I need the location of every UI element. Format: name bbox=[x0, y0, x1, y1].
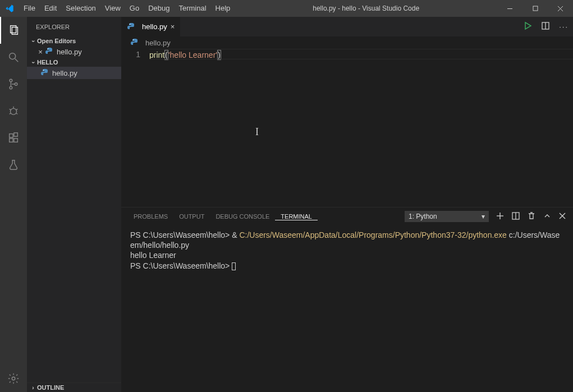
svg-point-6 bbox=[10, 53, 16, 59]
open-editor-item[interactable]: × hello.py bbox=[27, 45, 121, 58]
maximize-button[interactable] bbox=[522, 0, 548, 17]
close-tab-icon[interactable]: × bbox=[171, 22, 175, 31]
maximize-panel-icon[interactable] bbox=[543, 211, 552, 222]
chevron-down-icon: › bbox=[30, 58, 36, 66]
editor-tabs: hello.py × ··· bbox=[121, 17, 573, 36]
svg-line-13 bbox=[10, 109, 11, 110]
svg-line-16 bbox=[16, 113, 18, 114]
close-panel-icon[interactable] bbox=[558, 212, 566, 221]
svg-rect-5 bbox=[12, 27, 17, 35]
terminal-tab[interactable]: Terminal bbox=[275, 213, 318, 220]
menu-help[interactable]: Help bbox=[211, 0, 235, 17]
svg-line-14 bbox=[16, 109, 18, 110]
text-cursor-icon: I bbox=[255, 126, 259, 139]
open-editors-section[interactable]: › Open Editors bbox=[27, 36, 121, 45]
tab-filename: hello.py bbox=[142, 22, 167, 31]
window-controls bbox=[497, 0, 573, 17]
svg-point-10 bbox=[15, 83, 17, 86]
vscode-logo-icon bbox=[0, 4, 19, 13]
menu-view[interactable]: View bbox=[100, 0, 125, 17]
python-file-icon bbox=[45, 47, 54, 56]
python-file-icon bbox=[127, 22, 136, 31]
sidebar-title: Explorer bbox=[27, 17, 121, 36]
debug-icon[interactable] bbox=[0, 98, 27, 124]
file-tree-item[interactable]: hello.py bbox=[27, 67, 121, 79]
terminal-cursor bbox=[232, 262, 236, 270]
terminal-selector[interactable]: 1: Python bbox=[405, 211, 489, 222]
menu-go[interactable]: Go bbox=[125, 0, 144, 17]
open-editor-filename: hello.py bbox=[57, 48, 82, 56]
menu-selection[interactable]: Selection bbox=[61, 0, 100, 17]
svg-rect-17 bbox=[10, 134, 13, 137]
outline-section[interactable]: › Outline bbox=[27, 382, 121, 392]
svg-rect-4 bbox=[11, 26, 16, 33]
run-icon[interactable] bbox=[523, 21, 532, 32]
line-number: 1 bbox=[121, 49, 149, 207]
svg-point-11 bbox=[11, 108, 17, 114]
explorer-icon[interactable] bbox=[0, 17, 27, 44]
problems-tab[interactable]: Problems bbox=[128, 213, 173, 220]
split-editor-icon[interactable] bbox=[541, 21, 550, 32]
chevron-down-icon: › bbox=[30, 37, 36, 45]
svg-point-28 bbox=[133, 39, 134, 40]
python-file-icon bbox=[130, 38, 139, 47]
svg-marker-25 bbox=[525, 22, 531, 29]
activity-bar bbox=[0, 17, 27, 392]
title-bar: File Edit Selection View Go Debug Termin… bbox=[0, 0, 573, 17]
settings-gear-icon[interactable] bbox=[0, 365, 27, 392]
source-control-icon[interactable] bbox=[0, 71, 27, 98]
svg-point-23 bbox=[43, 70, 44, 71]
folder-section[interactable]: › hello bbox=[27, 58, 121, 67]
outline-label: Outline bbox=[37, 384, 64, 391]
folder-label: hello bbox=[37, 59, 58, 66]
bottom-panel: Problems Output Debug Console Terminal 1… bbox=[121, 207, 573, 392]
minimize-button[interactable] bbox=[497, 0, 522, 17]
explorer-sidebar: Explorer › Open Editors × hello.py › hel… bbox=[27, 17, 121, 392]
open-editors-label: Open Editors bbox=[37, 38, 76, 44]
more-actions-icon[interactable]: ··· bbox=[559, 22, 569, 31]
svg-line-7 bbox=[15, 59, 19, 62]
split-terminal-icon[interactable] bbox=[511, 211, 520, 222]
testing-icon[interactable] bbox=[0, 151, 27, 178]
breadcrumb[interactable]: hello.py bbox=[121, 36, 573, 49]
menu-debug[interactable]: Debug bbox=[144, 0, 174, 17]
window-title: hello.py - hello - Visual Studio Code bbox=[235, 4, 497, 12]
menu-file[interactable]: File bbox=[19, 0, 40, 17]
svg-point-9 bbox=[10, 86, 12, 89]
svg-point-22 bbox=[48, 48, 49, 49]
menu-bar: File Edit Selection View Go Debug Termin… bbox=[19, 0, 235, 17]
chevron-right-icon: › bbox=[29, 385, 37, 391]
editor-tab[interactable]: hello.py × bbox=[121, 17, 180, 36]
editor-group: hello.py × ··· hello.py 1 print('hello L… bbox=[121, 17, 573, 392]
file-tree-filename: hello.py bbox=[52, 69, 77, 77]
svg-point-8 bbox=[10, 79, 12, 82]
svg-rect-18 bbox=[10, 139, 13, 142]
close-window-button[interactable] bbox=[548, 0, 573, 17]
svg-point-21 bbox=[12, 377, 15, 380]
terminal-output[interactable]: PS C:\Users\Waseem\hello> & C:/Users/Was… bbox=[121, 225, 573, 392]
python-file-icon bbox=[40, 68, 49, 77]
svg-rect-20 bbox=[14, 133, 17, 136]
svg-rect-19 bbox=[14, 139, 17, 142]
menu-edit[interactable]: Edit bbox=[40, 0, 61, 17]
svg-point-24 bbox=[130, 24, 131, 25]
search-icon[interactable] bbox=[0, 44, 27, 71]
debug-console-tab[interactable]: Debug Console bbox=[210, 213, 275, 220]
breadcrumb-file: hello.py bbox=[145, 39, 171, 47]
svg-line-15 bbox=[10, 113, 11, 114]
close-icon[interactable]: × bbox=[36, 48, 45, 56]
code-editor[interactable]: 1 print('hello Learner') bbox=[121, 49, 573, 207]
output-tab[interactable]: Output bbox=[173, 213, 210, 220]
svg-rect-1 bbox=[533, 6, 538, 11]
kill-terminal-icon[interactable] bbox=[527, 211, 536, 222]
menu-terminal[interactable]: Terminal bbox=[174, 0, 210, 17]
extensions-icon[interactable] bbox=[0, 124, 27, 151]
editor-actions: ··· bbox=[523, 17, 573, 36]
panel-tabs: Problems Output Debug Console Terminal 1… bbox=[121, 207, 573, 225]
code-line: print('hello Learner') bbox=[149, 49, 221, 207]
new-terminal-icon[interactable] bbox=[496, 211, 505, 222]
